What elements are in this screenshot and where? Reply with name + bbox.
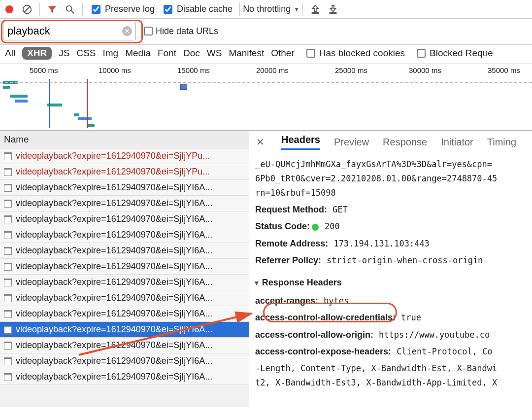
- remote-address-value: 173.194.131.103:443: [333, 239, 429, 248]
- request-row[interactable]: videoplayback?expire=1612940970&ei=SjIjY…: [0, 180, 249, 196]
- file-icon: [4, 247, 12, 255]
- file-icon: [4, 184, 12, 192]
- hide-data-urls-checkbox[interactable]: Hide data URLs: [144, 26, 218, 36]
- timeline-tick: 5000 ms: [30, 66, 58, 74]
- response-headers-title[interactable]: Response Headers: [253, 275, 526, 290]
- devtools-toolbar: Preserve log Disable cache No throttling…: [0, 0, 532, 19]
- chevron-down-icon: ▼: [294, 6, 299, 13]
- detail-tabs: ✕ Headers Preview Response Initiator Tim…: [249, 131, 532, 153]
- file-icon: [4, 200, 12, 208]
- download-icon[interactable]: [328, 4, 338, 15]
- request-row[interactable]: videoplayback?expire=1612940970&ei=SjIjY…: [0, 369, 249, 385]
- type-font[interactable]: Font: [158, 48, 176, 59]
- file-icon: [4, 326, 12, 334]
- request-row[interactable]: videoplayback?expire=1612940970&ei=SjIjY…: [0, 227, 249, 243]
- file-icon: [4, 357, 12, 365]
- response-header-value: https://www.youtube.co: [379, 330, 490, 340]
- type-img[interactable]: Img: [103, 48, 119, 59]
- search-icon[interactable]: [65, 4, 75, 15]
- response-header-key: accept-ranges:: [255, 296, 318, 306]
- clear-filter-icon[interactable]: ✕: [122, 26, 132, 36]
- timeline-bar: [88, 124, 95, 127]
- file-icon: [4, 152, 12, 160]
- request-name: videoplayback?expire=1612940970&ei=SjIjY…: [16, 261, 212, 272]
- request-name: videoplayback?expire=1612940970&ei=SjIjY…: [16, 372, 212, 382]
- request-list-pane: Name videoplayback?expire=1612940970&ei=…: [0, 131, 249, 407]
- upload-icon[interactable]: [310, 4, 321, 15]
- filter-input[interactable]: [3, 22, 136, 40]
- response-header-value: true: [401, 313, 421, 322]
- svg-rect-5: [330, 12, 336, 13]
- file-icon: [4, 342, 12, 350]
- blocked-requests-checkbox[interactable]: Blocked Reque: [417, 48, 493, 59]
- request-row[interactable]: videoplayback?expire=1612940970&ei=SjIjY…: [0, 148, 249, 164]
- request-row[interactable]: videoplayback?expire=1612940970&ei=SjIjY…: [0, 306, 249, 322]
- svg-line-3: [71, 10, 74, 13]
- request-row[interactable]: videoplayback?expire=1612940970&ei=SjIjY…: [0, 164, 249, 180]
- type-media[interactable]: Media: [125, 48, 151, 59]
- clear-button[interactable]: [22, 4, 33, 15]
- type-doc[interactable]: Doc: [183, 48, 200, 59]
- request-method-label: Request Method:: [255, 205, 327, 214]
- status-dot-icon: [312, 224, 319, 231]
- hide-data-urls-label: Hide data URLs: [156, 26, 218, 36]
- request-name: videoplayback?expire=1612940970&ei=SjIjY…: [16, 277, 212, 287]
- request-row[interactable]: videoplayback?expire=1612940970&ei=SjIjY…: [0, 243, 249, 259]
- request-row[interactable]: videoplayback?expire=1612940970&ei=SjIjY…: [0, 275, 249, 290]
- filter-bar: ✕ Hide data URLs: [0, 19, 532, 45]
- request-row[interactable]: videoplayback?expire=1612940970&ei=SjIjY…: [0, 353, 249, 369]
- type-css[interactable]: CSS: [76, 48, 96, 59]
- throttling-label: No throttling: [243, 4, 291, 14]
- request-row[interactable]: videoplayback?expire=1612940970&ei=SjIjY…: [0, 322, 249, 338]
- preserve-log-checkbox[interactable]: Preserve log: [90, 3, 155, 15]
- svg-rect-4: [312, 12, 319, 13]
- request-name: videoplayback?expire=1612940970&ei=SjIjY…: [16, 356, 212, 366]
- has-blocked-cookies-checkbox[interactable]: Has blocked cookies: [306, 48, 405, 59]
- request-name: videoplayback?expire=1612940970&ei=SjIjY…: [16, 230, 212, 240]
- timeline-bar: [3, 86, 10, 89]
- request-name: videoplayback?expire=1612940970&ei=SjIjY…: [16, 293, 212, 303]
- throttling-dropdown[interactable]: No throttling ▼: [239, 2, 303, 16]
- response-header-key: access-control-expose-headers:: [255, 347, 391, 356]
- tab-timing[interactable]: Timing: [487, 137, 516, 148]
- tab-response[interactable]: Response: [383, 137, 427, 148]
- type-all[interactable]: All: [5, 48, 15, 59]
- close-detail-button[interactable]: ✕: [256, 136, 265, 148]
- file-icon: [4, 168, 12, 176]
- divider: [82, 3, 83, 16]
- type-manifest[interactable]: Manifest: [229, 48, 264, 59]
- request-row[interactable]: videoplayback?expire=1612940970&ei=SjIjY…: [0, 211, 249, 227]
- name-column-header[interactable]: Name: [0, 131, 249, 148]
- request-row[interactable]: videoplayback?expire=1612940970&ei=SjIjY…: [0, 290, 249, 306]
- tab-initiator[interactable]: Initiator: [441, 137, 473, 148]
- filter-icon[interactable]: [47, 4, 58, 15]
- file-icon: [4, 215, 12, 223]
- timeline-tick: 25000 ms: [335, 66, 367, 74]
- request-name: videoplayback?expire=1612940970&ei=SjIjY…: [16, 214, 212, 224]
- timeline-selection: [180, 84, 187, 90]
- tab-preview[interactable]: Preview: [334, 137, 369, 148]
- tab-headers[interactable]: Headers: [281, 134, 320, 150]
- request-detail-pane: ✕ Headers Preview Response Initiator Tim…: [249, 131, 532, 407]
- request-row[interactable]: videoplayback?expire=1612940970&ei=SjIjY…: [0, 259, 249, 275]
- request-row[interactable]: videoplayback?expire=1612940970&ei=SjIjY…: [0, 338, 249, 353]
- type-js[interactable]: JS: [59, 48, 69, 59]
- response-header-continuation: -Length, Content-Type, X-Bandwidth-Est, …: [255, 361, 526, 376]
- type-xhr[interactable]: XHR: [22, 47, 52, 60]
- response-header-key: access-control-allow-origin:: [255, 330, 373, 340]
- status-code-value: 200: [325, 221, 340, 231]
- timeline-bar: [10, 95, 28, 98]
- record-button[interactable]: [4, 4, 15, 15]
- request-row[interactable]: videoplayback?expire=1612940970&ei=SjIjY…: [0, 196, 249, 211]
- type-other[interactable]: Other: [271, 48, 295, 59]
- remote-address-label: Remote Address:: [255, 239, 328, 248]
- waterfall-overview[interactable]: 5000 ms 10000 ms 15000 ms 20000 ms 25000…: [0, 64, 532, 131]
- request-name: videoplayback?expire=1612940970&ei=SjIjY…: [16, 245, 212, 256]
- request-name: videoplayback?expire=1612940970&ei=SjIjY…: [16, 182, 212, 193]
- request-name: videoplayback?expire=1612940970&ei=SjIjY…: [16, 198, 212, 209]
- disable-cache-checkbox[interactable]: Disable cache: [162, 3, 233, 15]
- timeline-bar: [0, 82, 532, 83]
- response-header-row: access-control-expose-headers: Client-Pr…: [255, 344, 526, 359]
- file-icon: [4, 279, 12, 286]
- type-ws[interactable]: WS: [207, 48, 222, 59]
